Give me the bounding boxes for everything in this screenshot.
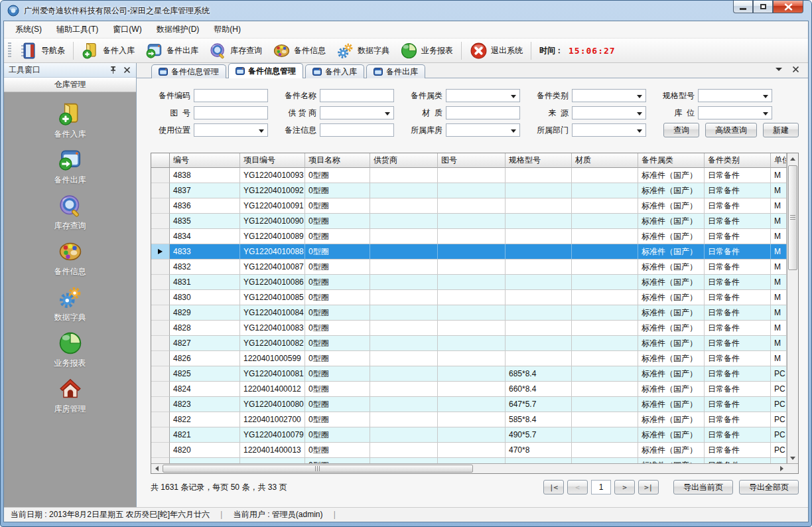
select-field[interactable]	[572, 123, 646, 137]
advanced-query-button[interactable]: 高级查询	[705, 123, 757, 137]
table-row[interactable]: 4827YG122040100820型圈标准件（国产）日常备件M	[151, 336, 787, 351]
table-row[interactable]: 482412204014000120型圈660*8.4标准件（国产）日常备件PC	[151, 382, 787, 397]
tab-list-dropdown-icon[interactable]	[776, 68, 782, 71]
horizontal-scrollbar[interactable]	[151, 463, 798, 473]
sidebar-item-spare-info[interactable]: 备件信息	[4, 239, 136, 285]
select-field[interactable]	[698, 89, 772, 102]
next-page-button[interactable]: >	[614, 480, 635, 494]
input-field[interactable]	[320, 123, 394, 137]
menu-item-2[interactable]: 辅助工具(T)	[49, 21, 105, 38]
tab-1[interactable]: 备件信息管理	[151, 64, 226, 78]
sidebar-item-spare-out[interactable]: 备件出库	[4, 147, 136, 193]
select-field[interactable]	[698, 106, 772, 119]
table-row[interactable]: 4821YG122040100790型圈490*5.7标准件（国产）日常备件PC	[151, 427, 787, 443]
last-page-button[interactable]: >|	[638, 480, 659, 494]
tab-2[interactable]: 备件信息管理	[228, 63, 303, 78]
row-selector-cell[interactable]	[151, 412, 170, 427]
column-header-1[interactable]: 编号	[170, 153, 240, 168]
table-row[interactable]: 4833YG122040100880型圈标准件（国产）日常备件M	[151, 244, 787, 260]
menu-item-3[interactable]: 窗口(W)	[105, 21, 149, 38]
row-selector-cell[interactable]	[151, 397, 170, 412]
row-selector-cell[interactable]	[151, 305, 170, 321]
table-row[interactable]: 4834YG122040100890型圈标准件（国产）日常备件M	[151, 229, 787, 244]
page-number-input[interactable]: 1	[591, 480, 611, 494]
sidebar-item-data-dictionary[interactable]: 数据字典	[4, 285, 136, 331]
column-header-8[interactable]: 备件属类	[638, 153, 705, 168]
sidebar-item-business-report[interactable]: 业务报表	[4, 331, 136, 376]
table-row[interactable]: 482212204010027000型圈585*8.4标准件（国产）日常备件PC	[151, 412, 787, 427]
table-row[interactable]: 4838YG122040100930型圈标准件（国产）日常备件M	[151, 168, 787, 183]
column-header-2[interactable]: 项目编号	[240, 153, 305, 168]
sidebar-item-inventory-query[interactable]: 库存查询	[4, 193, 136, 239]
column-header-10[interactable]: 单位	[771, 153, 787, 168]
table-row[interactable]: 4829YG122040100840型圈标准件（国产）日常备件M	[151, 305, 787, 321]
toolbar-button-spare-out[interactable]: 备件出库	[140, 40, 204, 62]
input-field[interactable]	[194, 89, 268, 102]
table-row[interactable]: 4830YG122040100850型圈标准件（国产）日常备件M	[151, 290, 787, 305]
select-field[interactable]	[446, 123, 520, 137]
query-button[interactable]: 查询	[663, 123, 699, 137]
export-current-page-button[interactable]: 导出当前页	[673, 480, 733, 494]
table-row[interactable]: 4823YG122040100800型圈647*5.7标准件（国产）日常备件PC	[151, 397, 787, 412]
table-row-partial[interactable]: 0型圈标准件（国产）日常备件	[151, 458, 787, 463]
column-header-5[interactable]: 图号	[438, 153, 506, 168]
row-selector-cell[interactable]	[151, 458, 170, 463]
horizontal-scrollbar-thumb[interactable]	[163, 465, 473, 473]
tab-close-icon[interactable]	[791, 65, 800, 74]
table-row[interactable]: 4831YG122040100860型圈标准件（国产）日常备件M	[151, 275, 787, 290]
menu-item-1[interactable]: 系统(S)	[8, 21, 49, 38]
row-selector-cell[interactable]	[151, 229, 170, 244]
input-field[interactable]	[194, 106, 268, 119]
table-row[interactable]: 482012204014000130型圈470*8标准件（国产）日常备件PC	[151, 443, 787, 458]
select-field[interactable]	[572, 89, 646, 102]
row-selector-cell[interactable]	[151, 382, 170, 397]
toolbar-button-spare-in[interactable]: 备件入库	[76, 40, 140, 62]
toolbar-button-data-dictionary[interactable]: 数据字典	[331, 40, 395, 62]
maximize-button[interactable]	[753, 1, 773, 13]
menu-item-5[interactable]: 帮助(H)	[206, 21, 248, 38]
column-header-3[interactable]: 项目名称	[305, 153, 370, 168]
row-selector-cell[interactable]	[151, 214, 170, 229]
row-selector-cell[interactable]	[151, 427, 170, 443]
sidebar-item-spare-in[interactable]: 备件入库	[4, 102, 136, 147]
toolbar-button-inventory-query[interactable]: 库存查询	[204, 40, 267, 62]
row-selector-cell[interactable]	[151, 366, 170, 382]
vertical-scrollbar-thumb[interactable]	[788, 165, 797, 270]
menu-item-4[interactable]: 数据维护(D)	[149, 21, 207, 38]
table-row[interactable]: 4835YG122040100900型圈标准件（国产）日常备件M	[151, 214, 787, 229]
column-header-9[interactable]: 备件类别	[705, 153, 771, 168]
row-selector-cell[interactable]	[151, 198, 170, 214]
row-selector-cell[interactable]	[151, 443, 170, 458]
column-header-4[interactable]: 供货商	[370, 153, 438, 168]
tool-window-close-icon[interactable]	[123, 66, 131, 74]
prev-page-button[interactable]: <	[567, 480, 588, 494]
row-selector-cell[interactable]	[151, 351, 170, 366]
row-selector-cell[interactable]	[151, 260, 170, 275]
scroll-down-icon[interactable]	[787, 453, 798, 463]
toolbar-grip-handle[interactable]	[8, 42, 11, 58]
new-button[interactable]: 新建	[763, 123, 799, 137]
toolbar-button-navbar[interactable]: 导航条	[15, 40, 70, 62]
close-button[interactable]	[773, 1, 803, 13]
toolbar-button-spare-info[interactable]: 备件信息	[267, 40, 331, 62]
table-row[interactable]: 4828YG122040100830型圈标准件（国产）日常备件M	[151, 321, 787, 336]
select-field[interactable]	[320, 106, 394, 119]
toolbar-button-business-report[interactable]: 业务报表	[395, 40, 458, 62]
table-row[interactable]: 4832YG122040100870型圈标准件（国产）日常备件M	[151, 260, 787, 275]
export-all-pages-button[interactable]: 导出全部页	[739, 480, 799, 494]
vertical-scrollbar[interactable]	[787, 153, 798, 463]
tab-3[interactable]: 备件入库	[305, 64, 364, 78]
column-header-6[interactable]: 规格型号	[506, 153, 572, 168]
table-row[interactable]: 4825YG122040100810型圈685*8.4标准件（国产）日常备件PC	[151, 366, 787, 382]
scroll-right-icon[interactable]	[776, 464, 787, 473]
table-row[interactable]: 4836YG122040100910型圈标准件（国产）日常备件M	[151, 198, 787, 214]
column-header-7[interactable]: 材质	[572, 153, 638, 168]
select-field[interactable]	[446, 89, 520, 102]
minimize-button[interactable]	[733, 1, 753, 13]
select-field[interactable]	[194, 123, 268, 137]
scroll-left-icon[interactable]	[151, 464, 162, 473]
toolbar-button-exit[interactable]: 退出系统	[464, 40, 528, 62]
row-selector-cell[interactable]	[151, 336, 170, 351]
tab-4[interactable]: 备件出库	[366, 64, 425, 78]
sidebar-item-warehouse[interactable]: 库房管理	[4, 376, 136, 422]
